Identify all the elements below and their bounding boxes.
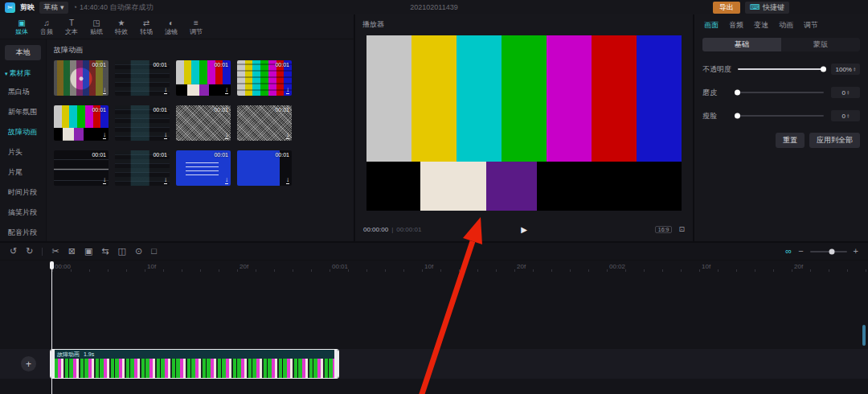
topbar: ✂ 剪映 草稿 ▾ ◔ 14:40:40 自动保存成功 202102011439… <box>0 0 868 14</box>
sidebar-library[interactable]: ▾ 素材库 <box>0 65 46 82</box>
download-icon[interactable]: ↓ <box>103 177 106 184</box>
add-media-button[interactable]: + <box>21 356 36 371</box>
export-button[interactable]: 导出 <box>713 2 740 14</box>
link-icon[interactable]: ∞ <box>785 247 792 256</box>
media-thumbnail[interactable]: 00:01↓ <box>54 150 108 186</box>
reverse-button[interactable]: ⇆ <box>101 247 108 256</box>
zoom-slider-knob[interactable] <box>829 248 835 254</box>
playhead[interactable] <box>51 261 52 394</box>
subtab-mask[interactable]: 蒙版 <box>781 38 860 51</box>
video-preview[interactable] <box>366 35 682 211</box>
sidebar-item-glitch[interactable]: 故障动画 <box>0 122 46 142</box>
player-title: 播放器 <box>355 14 693 33</box>
app-logo-icon[interactable]: ✂ <box>5 2 15 13</box>
download-icon[interactable]: ↓ <box>225 87 228 94</box>
tab-effects[interactable]: ★特效 <box>109 18 133 35</box>
sidebar-item-intro[interactable]: 片头 <box>0 142 46 162</box>
sticker-icon: ◳ <box>92 18 100 27</box>
ruler-label: 10f <box>702 263 710 270</box>
tab-transition[interactable]: ⇄转场 <box>134 18 158 35</box>
properties-subtabs: 基础 蒙版 <box>702 38 860 51</box>
slim-face-value[interactable]: 0▴▾ <box>831 110 860 121</box>
smooth-skin-label: 磨皮 <box>702 88 736 98</box>
mirror-button[interactable]: ◫ <box>118 247 126 256</box>
media-thumbnail[interactable]: 00:01↓ <box>237 150 292 186</box>
filter-icon: ◐ <box>169 18 174 27</box>
media-thumbnail[interactable]: 00:01↓ <box>54 60 108 96</box>
apply-to-all-button[interactable]: 应用到全部 <box>809 133 860 148</box>
sidebar-item-new-year[interactable]: 新年氛围 <box>0 102 46 122</box>
media-thumbnail[interactable]: 00:01↓ <box>237 60 292 96</box>
subtab-basic[interactable]: 基础 <box>702 38 781 51</box>
sidebar-item-time-clips[interactable]: 时间片段 <box>0 183 46 203</box>
shortcut-button[interactable]: ⌨ 快捷键 <box>745 2 789 14</box>
media-thumbnail[interactable]: 00:01↓ <box>54 105 108 141</box>
sidebar-item-black-white[interactable]: 黑白场 <box>0 82 46 102</box>
download-icon[interactable]: ↓ <box>103 87 106 94</box>
slim-face-slider[interactable] <box>738 115 824 117</box>
slim-face-control: 瘦脸 0▴▾ <box>702 110 860 121</box>
clip-filmstrip <box>54 359 335 378</box>
reset-button[interactable]: 重置 <box>776 133 805 148</box>
delete-button[interactable]: ⊠ <box>68 247 76 256</box>
download-icon[interactable]: ↓ <box>286 132 289 139</box>
crop-button[interactable]: □ <box>151 247 157 256</box>
tab-speed[interactable]: 变速 <box>754 20 768 31</box>
tab-picture[interactable]: 画面 <box>704 20 719 31</box>
download-icon[interactable]: ↓ <box>164 177 167 184</box>
smpte-bottom-row <box>366 162 682 211</box>
media-thumbnail[interactable]: 00:01↓ <box>115 105 170 141</box>
tab-label: 媒体 <box>15 28 28 35</box>
tab-adjust[interactable]: ≡调节 <box>184 18 208 35</box>
media-thumbnail[interactable]: 00:01↓ <box>115 60 170 96</box>
download-icon[interactable]: ↓ <box>286 87 289 94</box>
download-icon[interactable]: ↓ <box>225 132 228 139</box>
timeline-ruler[interactable]: 00:00 10f 20f 00:01 10f 20f 00:02 10f 20… <box>0 261 868 272</box>
timeline: ↺ ↻ ✂ ⊠ ▣ ⇆ ◫ ⊙ □ ∞ − + 00:00 10f 20f 00… <box>0 243 868 394</box>
tab-prop-adjust[interactable]: 调节 <box>804 20 818 31</box>
timeline-zoom-slider[interactable] <box>810 251 847 252</box>
tab-text[interactable]: T文本 <box>59 18 84 35</box>
opacity-slider[interactable] <box>738 68 824 70</box>
sidebar-local-button[interactable]: 本地 <box>5 45 41 60</box>
tab-prop-audio[interactable]: 音频 <box>729 20 743 31</box>
download-icon[interactable]: ↓ <box>286 177 289 184</box>
tab-label: 特效 <box>115 28 128 35</box>
freeze-frame-button[interactable]: ▣ <box>84 247 92 256</box>
undo-button[interactable]: ↺ <box>10 247 17 256</box>
zoom-in-button[interactable]: + <box>854 247 858 256</box>
tab-sticker[interactable]: ◳贴纸 <box>84 18 108 35</box>
rotate-button[interactable]: ⊙ <box>135 247 142 256</box>
download-icon[interactable]: ↓ <box>164 132 167 139</box>
opacity-value[interactable]: 100%▴▾ <box>831 64 860 75</box>
play-button[interactable]: ▶ <box>521 225 527 234</box>
fullscreen-icon[interactable]: ⊡ <box>678 225 685 233</box>
timeline-scrollbar[interactable] <box>862 325 866 346</box>
draft-menu-button[interactable]: 草稿 ▾ <box>39 2 68 14</box>
zoom-out-button[interactable]: − <box>798 247 803 256</box>
tab-media[interactable]: ▣媒体 <box>10 18 34 35</box>
media-thumbnail[interactable]: 00:01↓ <box>115 150 170 186</box>
sidebar-item-funny-clips[interactable]: 搞笑片段 <box>0 203 46 223</box>
sidebar-item-voice-clips[interactable]: 配音片段 <box>0 223 46 241</box>
sidebar-item-outro[interactable]: 片尾 <box>0 162 46 183</box>
tab-audio[interactable]: ♫音频 <box>35 18 59 35</box>
media-thumbnail[interactable]: 00:01↓ <box>176 105 231 141</box>
download-icon[interactable]: ↓ <box>103 132 106 139</box>
ruler-label: 00:00 <box>55 263 71 270</box>
smooth-skin-value[interactable]: 0▴▾ <box>831 87 860 98</box>
split-button[interactable]: ✂ <box>51 247 59 256</box>
media-icon: ▣ <box>18 18 25 27</box>
tab-filter[interactable]: ◐滤镜 <box>159 18 183 35</box>
timeline-clip[interactable]: 故障动画 1.9s <box>50 349 339 379</box>
download-icon[interactable]: ↓ <box>164 87 167 94</box>
download-icon[interactable]: ↓ <box>225 177 228 184</box>
media-thumbnail[interactable]: 00:01↓ <box>176 60 231 96</box>
timeline-toolbar: ↺ ↻ ✂ ⊠ ▣ ⇆ ◫ ⊙ □ ∞ − + <box>0 243 868 261</box>
aspect-ratio-button[interactable]: 16:9 <box>655 226 673 233</box>
redo-button[interactable]: ↻ <box>26 247 33 256</box>
media-thumbnail[interactable]: 00:01↓ <box>237 105 292 141</box>
smooth-skin-slider[interactable] <box>738 92 824 93</box>
media-thumbnail[interactable]: 00:01↓ <box>176 150 231 186</box>
tab-animation[interactable]: 动画 <box>779 20 793 31</box>
